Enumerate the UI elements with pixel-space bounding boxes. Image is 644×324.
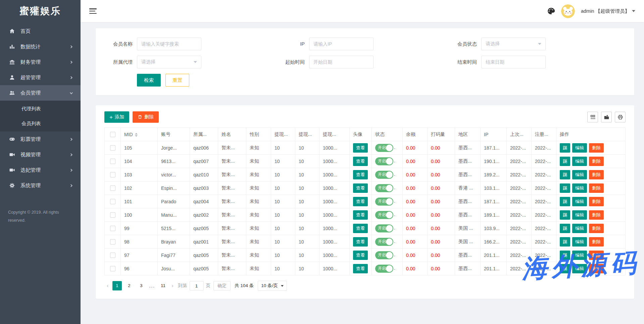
page-button[interactable]: 2 (125, 281, 134, 290)
prev-page-button[interactable]: ‹ (104, 282, 111, 289)
edit-button[interactable]: 编辑 (572, 251, 587, 260)
kick-button[interactable]: 踢 (560, 224, 570, 233)
theme-palette-icon[interactable] (547, 7, 555, 15)
sidebar-item[interactable]: 彩票管理 (0, 131, 81, 147)
columns-filter-button[interactable] (587, 112, 598, 122)
view-avatar-button[interactable]: 查看 (353, 197, 368, 206)
kick-button[interactable]: 踢 (560, 157, 570, 166)
row-checkbox[interactable] (110, 199, 115, 204)
row-delete-button[interactable]: 删除 (589, 210, 604, 220)
row-checkbox[interactable] (110, 172, 115, 177)
end-date-input[interactable] (481, 56, 546, 68)
export-button[interactable] (601, 112, 612, 122)
view-avatar-button[interactable]: 查看 (353, 210, 368, 220)
view-avatar-button[interactable]: 查看 (353, 224, 368, 233)
search-button[interactable]: 检索 (137, 74, 161, 87)
kick-button[interactable]: 踢 (560, 183, 570, 193)
row-checkbox[interactable] (110, 212, 115, 218)
status-toggle[interactable]: 开启 (375, 157, 393, 165)
row-delete-button[interactable]: 删除 (589, 237, 604, 247)
row-delete-button[interactable]: 删除 (589, 197, 604, 206)
reset-button[interactable]: 重置 (165, 74, 189, 87)
row-delete-button[interactable]: 删除 (589, 224, 604, 233)
sidebar-item[interactable]: 超管管理 (0, 70, 81, 85)
row-delete-button[interactable]: 删除 (589, 251, 604, 260)
member-status-select[interactable]: 请选择 (481, 38, 546, 50)
status-toggle[interactable]: 开启 (375, 171, 393, 179)
view-avatar-button[interactable]: 查看 (353, 157, 368, 166)
view-avatar-button[interactable]: 查看 (353, 264, 368, 273)
goto-confirm-button[interactable]: 确定 (213, 281, 231, 290)
status-toggle[interactable]: 开启 (375, 198, 393, 206)
view-avatar-button[interactable]: 查看 (353, 143, 368, 153)
user-avatar[interactable] (561, 4, 575, 18)
status-toggle[interactable]: 开启 (375, 224, 393, 232)
status-toggle[interactable]: 开启 (375, 238, 393, 246)
status-toggle[interactable]: 开启 (375, 144, 393, 152)
row-checkbox[interactable] (110, 253, 115, 258)
edit-button[interactable]: 编辑 (572, 197, 587, 206)
sidebar-subitem[interactable]: 代理列表 (0, 101, 81, 116)
start-date-input[interactable] (309, 56, 374, 68)
add-button[interactable]: + 添加 (104, 111, 129, 123)
row-checkbox[interactable] (110, 239, 115, 245)
row-checkbox[interactable] (110, 185, 115, 191)
agent-select[interactable]: 请选择 (137, 56, 201, 68)
sidebar-item[interactable]: 系统管理 (0, 178, 81, 193)
row-delete-button[interactable]: 删除 (589, 170, 604, 179)
edit-button[interactable]: 编辑 (572, 210, 587, 220)
view-avatar-button[interactable]: 查看 (353, 183, 368, 193)
edit-button[interactable]: 编辑 (572, 143, 587, 153)
ip-input[interactable] (309, 38, 374, 50)
sidebar-item[interactable]: 会员管理 (0, 85, 81, 101)
member-name-input[interactable] (137, 38, 201, 50)
page-size-select[interactable]: 10 条/页 (258, 281, 287, 291)
row-checkbox[interactable] (110, 226, 115, 231)
page-button[interactable]: 3 (137, 281, 146, 290)
hamburger-icon[interactable] (89, 8, 97, 14)
delete-button[interactable]: 删除 (133, 111, 159, 123)
sidebar-subitem[interactable]: 会员列表 (0, 116, 81, 131)
kick-button[interactable]: 踢 (560, 251, 570, 260)
view-avatar-button[interactable]: 查看 (353, 170, 368, 179)
kick-button[interactable]: 踢 (560, 237, 570, 247)
sidebar-item[interactable]: 选妃管理 (0, 162, 81, 178)
view-avatar-button[interactable]: 查看 (353, 237, 368, 247)
row-delete-button[interactable]: 删除 (589, 157, 604, 166)
status-toggle[interactable]: 开启 (375, 265, 393, 273)
sidebar-item[interactable]: 财务管理 (0, 54, 81, 70)
edit-button[interactable]: 编辑 (572, 264, 587, 273)
row-checkbox[interactable] (110, 145, 115, 151)
edit-button[interactable]: 编辑 (572, 157, 587, 166)
row-delete-button[interactable]: 删除 (589, 143, 604, 153)
row-delete-button[interactable]: 删除 (589, 183, 604, 193)
kick-button[interactable]: 踢 (560, 210, 570, 220)
row-delete-button[interactable]: 删除 (589, 264, 604, 273)
sidebar-item[interactable]: 数据统计 (0, 39, 81, 54)
edit-button[interactable]: 编辑 (572, 183, 587, 193)
next-page-button[interactable]: › (169, 282, 176, 289)
kick-button[interactable]: 踢 (560, 143, 570, 153)
page-button[interactable]: 1 (112, 281, 122, 290)
edit-button[interactable]: 编辑 (572, 170, 587, 179)
edit-button[interactable]: 编辑 (572, 237, 587, 247)
goto-page-input[interactable] (190, 281, 204, 290)
row-checkbox[interactable] (110, 159, 115, 164)
sidebar-item[interactable]: 视频管理 (0, 147, 81, 162)
status-toggle[interactable]: 开启 (375, 184, 393, 192)
kick-button[interactable]: 踢 (560, 170, 570, 179)
print-button[interactable] (615, 112, 626, 122)
status-toggle[interactable]: 开启 (375, 211, 393, 219)
status-toggle[interactable]: 开启 (375, 251, 393, 259)
sort-icon[interactable] (135, 133, 138, 137)
kick-button[interactable]: 踢 (560, 197, 570, 206)
chevron-right-icon (69, 45, 73, 49)
edit-button[interactable]: 编辑 (572, 224, 587, 233)
select-all-checkbox[interactable] (110, 132, 115, 137)
sidebar-item[interactable]: 首页 (0, 23, 81, 39)
user-menu[interactable]: admin 【超级管理员】 (581, 8, 635, 14)
kick-button[interactable]: 踢 (560, 264, 570, 273)
page-button[interactable]: 11 (158, 281, 168, 290)
view-avatar-button[interactable]: 查看 (353, 251, 368, 260)
row-checkbox[interactable] (110, 266, 115, 271)
